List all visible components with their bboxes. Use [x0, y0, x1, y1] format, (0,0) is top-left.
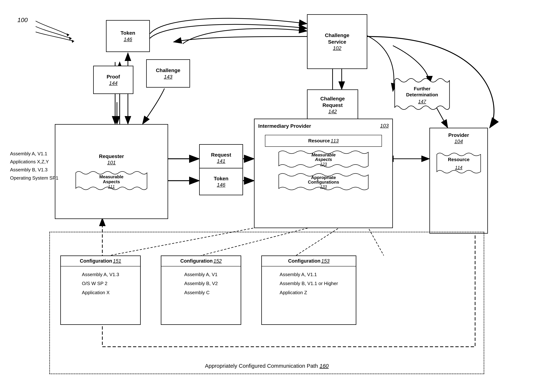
svg-text:Measurable: Measurable — [99, 174, 123, 179]
svg-text:111: 111 — [108, 184, 115, 189]
intermediary-provider-box: Intermediary Provider 103 Resource 113 M… — [254, 119, 393, 228]
side-label: Assembly A, V1.1 Applications X,Z,Y Asse… — [10, 150, 58, 182]
requester-id: 101 — [107, 160, 116, 165]
token-146-bottom-label: Token — [214, 175, 228, 182]
appropriate-configurations-container: Appropriate Configurations 133 — [265, 172, 382, 193]
provider-box: Provider 104 Resource 114 — [429, 128, 488, 234]
further-determination-box: Further Determination 147 — [393, 77, 451, 113]
side-label-line4: Operating System SP1 — [10, 174, 58, 182]
comm-path-box: Appropriately Configured Communication P… — [49, 232, 484, 374]
comm-path-label: Appropriately Configured Communication P… — [205, 363, 329, 369]
request-141-label: Request — [211, 152, 231, 158]
challenge-service-id: 102 — [333, 45, 341, 51]
svg-text:Resource: Resource — [448, 157, 470, 162]
token-146-box: Token 146 — [106, 20, 150, 52]
side-label-line2: Applications X,Z,Y — [10, 158, 58, 166]
proof-144-box: Proof 144 — [93, 66, 133, 94]
resource-113-label: Resource — [308, 138, 330, 143]
measurable-aspects-111-container: Measurable Aspects 111 — [66, 170, 156, 193]
svg-text:Determination: Determination — [406, 92, 438, 98]
svg-text:Appropriate: Appropriate — [311, 175, 336, 180]
request-141-id: 141 — [217, 158, 225, 164]
svg-marker-6 — [67, 33, 69, 36]
challenge-request-id: 142 — [328, 109, 337, 114]
svg-marker-8 — [72, 40, 74, 43]
measurable-aspects-123-container: Measurable Aspects 123 — [265, 149, 382, 170]
svg-marker-7 — [69, 37, 72, 40]
svg-text:Aspects: Aspects — [315, 157, 332, 162]
token-146-id: 146 — [124, 36, 132, 42]
challenge-request-box: Challenge Request 142 — [307, 89, 358, 120]
challenge-143-label: Challenge — [156, 67, 180, 74]
token-146-bottom-box: Token 146 — [199, 168, 243, 195]
requester-box: Requester 101 Measurable Aspects 111 — [55, 124, 168, 219]
proof-144-label: Proof — [107, 74, 120, 80]
token-146-bottom-id: 146 — [217, 182, 225, 188]
diagram: 100 Token 146 Proof 144 Challenge 143 Ch… — [0, 0, 548, 392]
svg-text:147: 147 — [418, 99, 426, 104]
side-label-line3: Assembly B, V1.3 — [10, 166, 58, 174]
intermediary-provider-id: 103 — [380, 123, 389, 129]
challenge-request-label: Challenge Request — [320, 95, 345, 109]
challenge-service-label: Challenge Service — [325, 32, 349, 45]
proof-144-id: 144 — [109, 80, 118, 86]
resource-113-id: 113 — [331, 138, 339, 143]
svg-text:Further: Further — [414, 86, 431, 91]
challenge-143-box: Challenge 143 — [146, 59, 190, 88]
ref-100-label: 100 — [17, 16, 28, 24]
provider-id: 104 — [454, 139, 463, 144]
challenge-143-id: 143 — [164, 74, 173, 80]
challenge-service-box: Challenge Service 102 — [307, 14, 367, 69]
svg-text:Aspects: Aspects — [103, 179, 120, 184]
requester-label: Requester — [99, 154, 124, 159]
resource-114-container: Resource 114 — [434, 152, 483, 176]
resource-113-box: Resource 113 — [265, 135, 382, 147]
side-label-line1: Assembly A, V1.1 — [10, 150, 58, 158]
svg-text:133: 133 — [320, 184, 327, 189]
token-146-label: Token — [121, 30, 135, 36]
svg-text:123: 123 — [320, 162, 327, 166]
request-141-box: Request 141 — [199, 144, 243, 172]
svg-text:114: 114 — [455, 165, 462, 170]
svg-text:Configurations: Configurations — [308, 180, 339, 184]
provider-label: Provider — [448, 132, 469, 139]
svg-text:Measurable: Measurable — [311, 152, 335, 157]
intermediary-provider-label: Intermediary Provider — [258, 123, 311, 129]
